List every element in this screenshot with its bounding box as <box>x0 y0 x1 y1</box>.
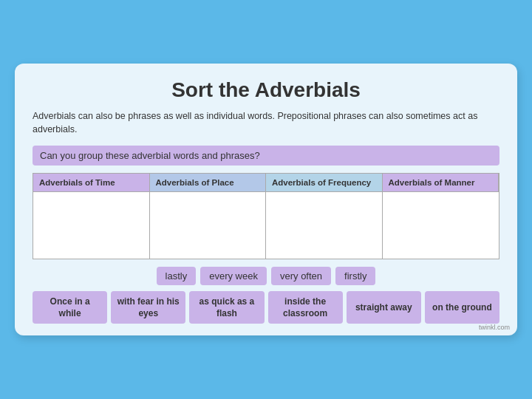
col-body-time <box>33 192 150 259</box>
col-header-freq: Adverbials of Frequency <box>266 174 383 192</box>
chip-very-often[interactable]: very often <box>271 267 331 285</box>
chip-firstly[interactable]: firstly <box>335 267 375 285</box>
col-body-manner <box>383 192 499 259</box>
sorting-table: Adverbials of TimeAdverbials of PlaceAdv… <box>33 173 499 259</box>
bottom-chip-on-the-ground[interactable]: on the ground <box>425 291 499 324</box>
description-text: Adverbials can also be phrases as well a… <box>33 109 499 137</box>
chip-lastly[interactable]: lastly <box>157 267 197 285</box>
col-body-freq <box>266 192 383 259</box>
col-header-manner: Adverbials of Manner <box>383 174 499 192</box>
bottom-chip-straight-away[interactable]: straight away <box>347 291 421 324</box>
bottom-chip-inside-the-classroom[interactable]: inside the classroom <box>268 291 343 324</box>
word-chips-row: lastlyevery weekvery oftenfirstly <box>33 267 499 285</box>
twinkl-badge: twinkl.com <box>479 324 510 331</box>
col-header-place: Adverbials of Place <box>150 174 267 192</box>
question-bar: Can you group these adverbial words and … <box>33 146 499 166</box>
main-card: Sort the Adverbials Adverbials can also … <box>15 64 517 336</box>
bottom-chip-as-quick-as-a-flash[interactable]: as quick as a flash <box>189 291 264 324</box>
bottom-chips-row: Once in a whilewith fear in his eyesas q… <box>33 291 499 324</box>
bottom-chip-once-in-a-while[interactable]: Once in a while <box>33 291 107 324</box>
page-title: Sort the Adverbials <box>33 78 499 102</box>
col-body-place <box>150 192 267 259</box>
bottom-chip-with-fear-in-his-eyes[interactable]: with fear in his eyes <box>111 291 185 324</box>
col-header-time: Adverbials of Time <box>33 174 150 192</box>
chip-every-week[interactable]: every week <box>200 267 267 285</box>
